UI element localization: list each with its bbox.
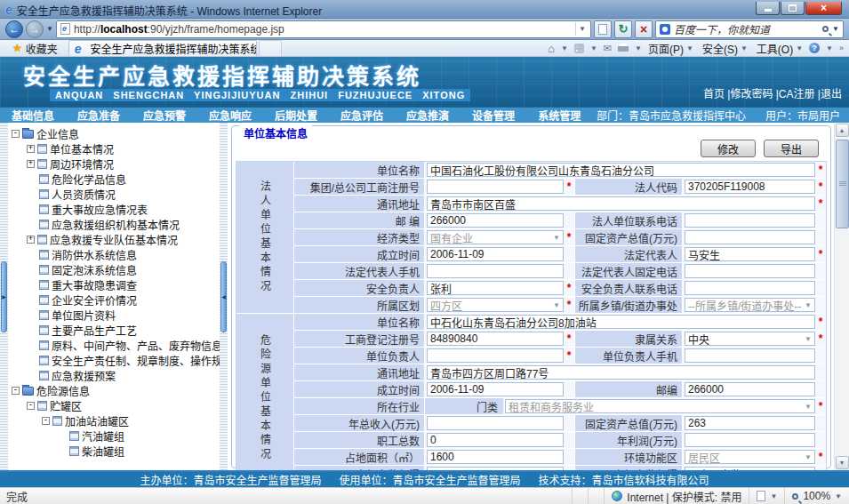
form-input[interactable]: 2006-11-09 [427, 382, 564, 396]
tree-node[interactable]: -加油站油罐区 [10, 413, 220, 428]
form-input[interactable]: 青岛市四方区周口路77号 [427, 365, 815, 380]
nav-item-7[interactable]: 设备管理 [461, 108, 526, 123]
form-input[interactable] [427, 467, 564, 470]
tree-node[interactable]: 安全生产责任制、规章制度、操作规程信息 [10, 353, 220, 368]
tree-node[interactable]: 危险化学品信息 [10, 172, 220, 187]
form-input[interactable] [685, 213, 815, 228]
refresh-button[interactable]: ↻ [614, 20, 632, 38]
tree-node[interactable]: -企业信息 [10, 126, 220, 141]
form-input[interactable]: 中国石油化工股份有限公司山东青岛石油分公司 [427, 163, 815, 177]
form-input[interactable] [427, 264, 564, 278]
favorites-button[interactable]: ★ 收藏夹 [5, 40, 65, 56]
form-select[interactable]: 中央▼ [685, 332, 815, 346]
search-input[interactable]: 百度一下，你就知道 [674, 21, 819, 36]
form-input[interactable]: 266000 [685, 382, 815, 396]
new-tab-button[interactable] [259, 40, 282, 56]
header-link-1[interactable]: 修改密码 [730, 88, 773, 100]
tree-node[interactable]: 主要产品生产工艺 [10, 323, 220, 338]
tree-node[interactable]: 柴油罐组 [10, 444, 220, 459]
home-icon[interactable]: ⌂ [548, 43, 555, 54]
nav-item-6[interactable]: 应急推演 [395, 108, 461, 123]
nav-item-3[interactable]: 应急响应 [197, 108, 263, 123]
form-input[interactable] [427, 180, 564, 194]
tree-node[interactable]: 人员资质情况 [10, 187, 220, 202]
modify-button[interactable]: 修改 [701, 140, 756, 157]
form-input[interactable] [427, 416, 564, 430]
tree-node[interactable]: 重大事故隐患调查 [10, 277, 220, 292]
scroll-down-icon[interactable]: ▼ [836, 456, 849, 469]
nav-item-0[interactable]: 基础信息 [0, 108, 66, 123]
form-input[interactable]: 2006-11-09 [427, 247, 564, 261]
tree-node[interactable]: 消防供水系统信息 [10, 247, 220, 262]
search-box[interactable]: 百度一下，你就知道 ▼ [655, 20, 844, 38]
expand-icon[interactable]: + [27, 145, 35, 153]
privacy-dropdown-icon[interactable]: ▼ [770, 492, 777, 500]
form-input[interactable]: 马安生 [685, 247, 815, 261]
nav-item-5[interactable]: 应急评估 [329, 108, 395, 123]
chevron-overflow-icon[interactable]: » [839, 44, 844, 52]
form-input[interactable]: 266000 [427, 213, 564, 228]
tree-node[interactable]: 应急救援组织机构基本情况 [10, 217, 220, 232]
form-input[interactable]: 1600 [427, 450, 564, 464]
content-scrollbar[interactable]: ▲ ▼ [834, 123, 849, 470]
tree-node[interactable]: 重大事故应急情况表 [10, 202, 220, 217]
search-dropdown-icon[interactable]: ▼ [832, 25, 839, 33]
form-input[interactable] [685, 433, 815, 447]
tree-splitter[interactable]: ◀ [220, 123, 228, 470]
tree-node[interactable]: 应急救援预案 [10, 368, 220, 383]
collapse-icon[interactable]: - [42, 417, 50, 425]
form-select[interactable]: 四方区▼ [427, 298, 564, 312]
tree-node[interactable]: 汽油罐组 [10, 428, 220, 444]
maximize-button[interactable] [781, 2, 805, 15]
header-link-2[interactable]: CA注册 [779, 88, 815, 100]
compatibility-view-button[interactable] [594, 20, 612, 38]
form-input[interactable] [685, 230, 815, 244]
header-link-3[interactable]: 退出 [821, 88, 842, 100]
tree-node[interactable]: +周边环境情况 [10, 156, 220, 172]
form-input[interactable]: 370205F119008 [685, 180, 815, 194]
tree-node[interactable]: 企业安全评价情况 [10, 292, 220, 308]
help-icon[interactable]: ? [809, 43, 820, 53]
tree-node[interactable]: 单位图片资料 [10, 308, 220, 323]
menu-0[interactable]: 页面(P)▼ [648, 41, 693, 56]
menu-1[interactable]: 安全(S)▼ [702, 41, 748, 56]
form-input[interactable] [685, 348, 815, 363]
form-input[interactable] [685, 281, 815, 295]
privacy-pane[interactable]: ▼ [749, 488, 784, 504]
help-dropdown-icon[interactable]: ▼ [826, 44, 833, 52]
forward-button[interactable]: → [26, 20, 44, 38]
url-dropdown-icon[interactable]: ▼ [575, 22, 589, 36]
tree-node[interactable]: -贮罐区 [10, 398, 220, 413]
tree-node[interactable]: +单位基本情况 [10, 141, 220, 156]
nav-item-2[interactable]: 应急预警 [132, 108, 197, 123]
form-select[interactable]: 国有企业▼ [427, 230, 564, 244]
form-input[interactable]: 张利 [427, 281, 564, 295]
scrollbar-thumb[interactable] [836, 140, 849, 228]
form-select[interactable]: --所属乡镇/街道办事处--▼ [685, 298, 815, 312]
back-button[interactable]: ← [5, 20, 23, 38]
tree-node[interactable]: 固定泡沫系统信息 [10, 262, 220, 277]
form-input[interactable]: 263 [685, 416, 815, 430]
close-button[interactable]: × [805, 2, 842, 15]
splitter-collapse-handle[interactable]: ◀ [220, 261, 227, 332]
form-input[interactable]: 84890840 [427, 332, 564, 346]
history-dropdown-icon[interactable]: ▼ [46, 25, 53, 33]
url-text[interactable]: http://localhost:90/yjzh/frame/homepage.… [74, 23, 572, 36]
minimize-button[interactable] [756, 2, 780, 15]
collapse-icon[interactable]: - [12, 130, 20, 138]
form-select[interactable]: 租赁和商务服务业▼ [505, 399, 815, 413]
collapse-icon[interactable]: - [12, 387, 20, 395]
nav-item-1[interactable]: 应急准备 [66, 108, 132, 123]
form-select[interactable]: 居民区▼ [685, 450, 815, 464]
zoom-dropdown-icon[interactable]: ▼ [835, 492, 842, 500]
export-button[interactable]: 导出 [764, 140, 819, 157]
url-field[interactable]: http://localhost:90/yjzh/frame/homepage.… [56, 20, 591, 38]
form-input[interactable]: 中石化山东青岛石油分公司8加油站 [427, 315, 815, 329]
home-dropdown-icon[interactable]: ▼ [561, 44, 568, 52]
nav-item-4[interactable]: 后期处置 [263, 108, 329, 123]
read-mail-icon[interactable]: ✉ [604, 43, 612, 54]
scroll-up-icon[interactable]: ▲ [836, 124, 849, 137]
tree-node[interactable]: +应急救援专业队伍基本情况 [10, 232, 220, 247]
print-icon[interactable] [618, 44, 629, 52]
form-input[interactable] [685, 264, 815, 278]
